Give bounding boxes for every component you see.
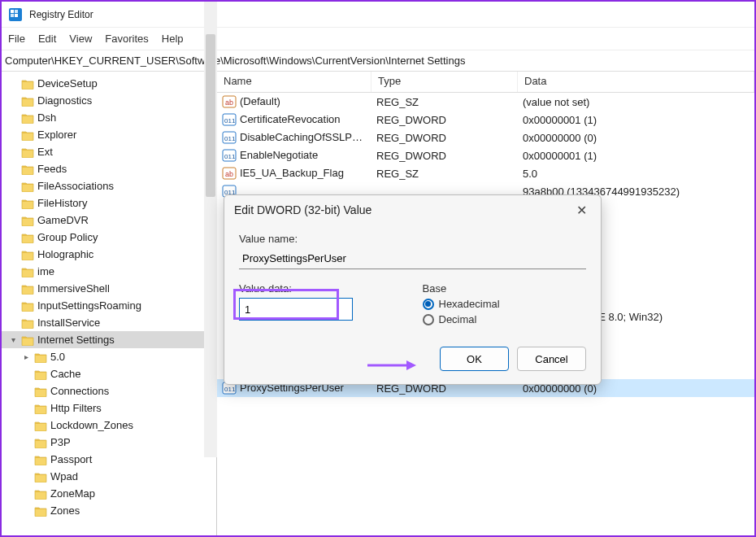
tree-item-label: Dsh xyxy=(37,111,56,124)
tree-item[interactable]: Wpad xyxy=(2,468,216,485)
cell-data: 0x00000001 (1) xyxy=(523,114,597,126)
cancel-button[interactable]: Cancel xyxy=(517,347,586,371)
tree-item[interactable]: Zones xyxy=(2,502,216,519)
tree-item[interactable]: FileHistory xyxy=(2,194,216,212)
regedit-app-icon xyxy=(8,7,23,22)
tree-item[interactable]: ▸5.0 xyxy=(2,348,216,365)
list-row[interactable]: 011EnableNegotiateREG_DWORD0x00000001 (1… xyxy=(217,146,754,164)
value-name-field[interactable] xyxy=(239,248,586,269)
tree-item-label: Passport xyxy=(50,453,92,465)
tree-item[interactable]: Cache xyxy=(2,365,216,382)
svg-rect-4 xyxy=(15,14,18,17)
tree-item-label: Explorer xyxy=(37,129,76,141)
tree-item[interactable]: ImmersiveShell xyxy=(2,280,216,297)
cell-data: (value not set) xyxy=(523,96,589,108)
folder-icon xyxy=(34,386,47,397)
tree-item[interactable]: P3P xyxy=(2,434,216,451)
tree-item[interactable]: Passport xyxy=(2,451,216,468)
folder-icon xyxy=(34,437,47,448)
tree-item-label: FileAssociations xyxy=(37,180,114,192)
tree-item-label: ZoneMap xyxy=(50,487,95,500)
folder-icon xyxy=(21,266,34,277)
folder-icon xyxy=(21,146,34,158)
cell-name: EnableNegotiate xyxy=(240,149,318,161)
ok-button[interactable]: OK xyxy=(440,347,509,371)
value-data-label: Value data: xyxy=(239,282,403,295)
radio-hexadecimal[interactable]: Hexadecimal xyxy=(423,298,587,310)
tree-item[interactable]: ▾Internet Settings xyxy=(2,331,216,348)
tree-item-label: FileHistory xyxy=(37,197,87,209)
menu-file[interactable]: File xyxy=(8,33,25,45)
menu-edit[interactable]: Edit xyxy=(38,33,56,45)
tree-item[interactable]: Dsh xyxy=(2,109,216,126)
col-type[interactable]: Type xyxy=(371,72,518,92)
tree-item-label: Group Policy xyxy=(37,231,98,243)
menu-favorites[interactable]: Favorites xyxy=(105,33,148,45)
cell-data: 0x00000000 (0) xyxy=(523,132,597,144)
dialog-title: Edit DWORD (32-bit) Value xyxy=(234,203,371,216)
tree-item-label: Cache xyxy=(50,368,81,380)
tree-item-label: GameDVR xyxy=(37,214,89,226)
tree-item[interactable]: Group Policy xyxy=(2,229,216,246)
tree-item[interactable]: Http Filters xyxy=(2,399,216,417)
base-label: Base xyxy=(423,282,587,295)
cell-type: REG_SZ xyxy=(376,168,419,180)
tree-item[interactable]: Feeds xyxy=(2,160,216,177)
col-name[interactable]: Name xyxy=(217,72,371,92)
list-row[interactable]: ab(Default)REG_SZ(value not set) xyxy=(217,93,754,111)
scrollbar-thumb[interactable] xyxy=(206,34,215,197)
tree-item[interactable]: ime xyxy=(2,263,216,280)
svg-rect-1 xyxy=(11,10,14,13)
tree-item-label: Wpad xyxy=(50,470,78,482)
cell-data: 5.0 xyxy=(523,168,537,180)
tree-item[interactable]: DeviceSetup xyxy=(2,75,216,92)
tree-scrollbar[interactable] xyxy=(204,2,217,457)
tree-item[interactable]: ZoneMap xyxy=(2,485,216,502)
tree-item[interactable]: Lockdown_Zones xyxy=(2,417,216,434)
tree-item[interactable]: Connections xyxy=(2,382,216,399)
addressbar[interactable]: Computer\HKEY_CURRENT_USER\Software\Micr… xyxy=(2,50,754,72)
cell-data: 0x00000001 (1) xyxy=(523,150,597,162)
list-row[interactable]: 011DisableCachingOfSSLPa…REG_DWORD0x0000… xyxy=(217,129,754,146)
folder-icon xyxy=(21,95,34,107)
tree-item-label: DeviceSetup xyxy=(37,77,98,90)
svg-text:011: 011 xyxy=(224,153,236,160)
menu-help[interactable]: Help xyxy=(162,33,184,45)
svg-rect-2 xyxy=(15,10,18,13)
tree-item-label: Ext xyxy=(37,146,53,158)
folder-icon xyxy=(21,112,34,124)
list-row[interactable]: abIE5_UA_Backup_FlagREG_SZ5.0 xyxy=(217,164,754,182)
close-icon[interactable]: ✕ xyxy=(571,203,591,218)
svg-text:ab: ab xyxy=(225,170,233,178)
tree-item[interactable]: Explorer xyxy=(2,126,216,143)
tree-item[interactable]: FileAssociations xyxy=(2,177,216,194)
dword-value-icon: 011 xyxy=(222,149,237,162)
folder-icon xyxy=(34,420,47,431)
cell-type: REG_DWORD xyxy=(376,150,446,162)
folder-icon xyxy=(34,488,47,500)
svg-text:011: 011 xyxy=(224,386,236,393)
menu-view[interactable]: View xyxy=(69,33,92,45)
cell-name: IE5_UA_Backup_Flag xyxy=(240,167,344,179)
tree-item[interactable]: Holographic xyxy=(2,246,216,263)
svg-rect-3 xyxy=(11,14,14,17)
col-data[interactable]: Data xyxy=(518,72,754,92)
radio-decimal[interactable]: Decimal xyxy=(423,313,587,325)
list-header: Name Type Data xyxy=(217,72,754,93)
dword-value-icon: 011 xyxy=(222,131,237,144)
folder-icon xyxy=(21,334,34,346)
tree-item[interactable]: InstallService xyxy=(2,314,216,331)
tree-item[interactable]: Diagnostics xyxy=(2,92,216,109)
folder-icon xyxy=(21,198,34,209)
tree-item[interactable]: InputSettingsRoaming xyxy=(2,297,216,314)
radio-dot-icon xyxy=(423,299,434,310)
value-data-input[interactable] xyxy=(239,298,353,321)
tree-item-label: Diagnostics xyxy=(37,94,92,107)
list-row[interactable]: 011CertificateRevocationREG_DWORD0x00000… xyxy=(217,111,754,129)
tree-item-label: ime xyxy=(37,265,54,277)
cell-type: REG_DWORD xyxy=(376,132,446,144)
tree-item[interactable]: Ext xyxy=(2,143,216,160)
cell-type: REG_DWORD xyxy=(376,114,446,126)
tree-pane[interactable]: DeviceSetupDiagnosticsDshExplorerExtFeed… xyxy=(2,72,217,535)
tree-item[interactable]: GameDVR xyxy=(2,212,216,229)
